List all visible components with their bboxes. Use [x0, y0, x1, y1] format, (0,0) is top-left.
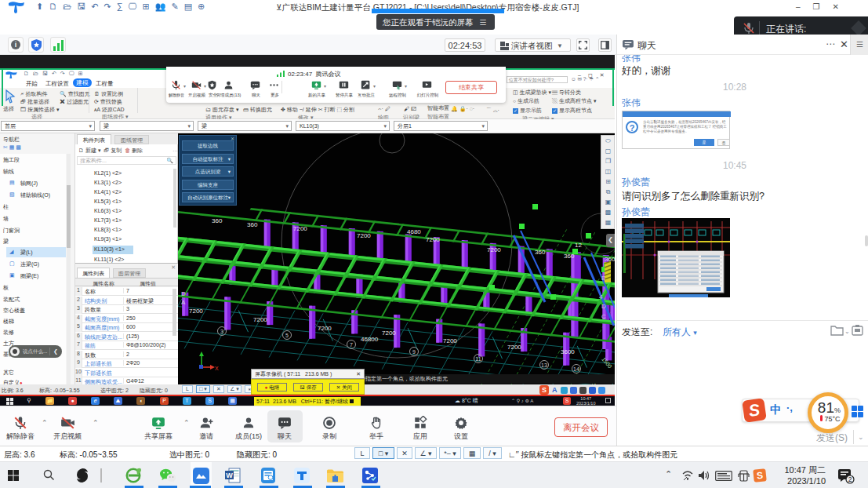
- svg-text:7200: 7200: [318, 325, 332, 332]
- svg-text:4: 4: [599, 293, 603, 300]
- svg-text:7: 7: [350, 342, 353, 348]
- svg-text:7200: 7200: [189, 308, 203, 315]
- svg-text:W: W: [226, 472, 233, 479]
- svg-text:360: 360: [212, 217, 223, 224]
- svg-text:5: 5: [285, 333, 289, 338]
- svg-text:12: 12: [575, 242, 582, 249]
- svg-text:7200: 7200: [357, 232, 371, 239]
- svg-text:46800: 46800: [361, 336, 379, 343]
- svg-text:11: 11: [475, 356, 481, 362]
- svg-text:7200: 7200: [443, 337, 457, 344]
- svg-text:7200: 7200: [487, 246, 501, 253]
- svg-text:360: 360: [535, 249, 546, 256]
- svg-text:X: X: [215, 366, 219, 371]
- svg-text:3: 3: [220, 329, 223, 334]
- svg-text:4680: 4680: [407, 228, 421, 235]
- svg-text:13: 13: [541, 362, 547, 368]
- svg-text:9: 9: [412, 349, 416, 355]
- svg-text:14: 14: [573, 366, 579, 372]
- svg-text:7200: 7200: [293, 225, 307, 232]
- svg-text:7200: 7200: [507, 344, 521, 351]
- svg-text:7200: 7200: [382, 330, 396, 337]
- svg-text:E: E: [601, 275, 605, 282]
- svg-text:360: 360: [247, 221, 258, 228]
- svg-text:7200: 7200: [426, 236, 440, 243]
- svg-text:D: D: [601, 303, 606, 310]
- svg-text:360: 360: [564, 253, 575, 260]
- svg-text:360: 360: [605, 256, 615, 263]
- svg-text:2: 2: [848, 475, 852, 483]
- svg-text:C: C: [601, 313, 606, 320]
- svg-text:A: A: [181, 299, 186, 306]
- svg-text:D: D: [181, 290, 186, 297]
- svg-text:3600: 3600: [561, 348, 575, 355]
- svg-text:7200: 7200: [253, 316, 267, 323]
